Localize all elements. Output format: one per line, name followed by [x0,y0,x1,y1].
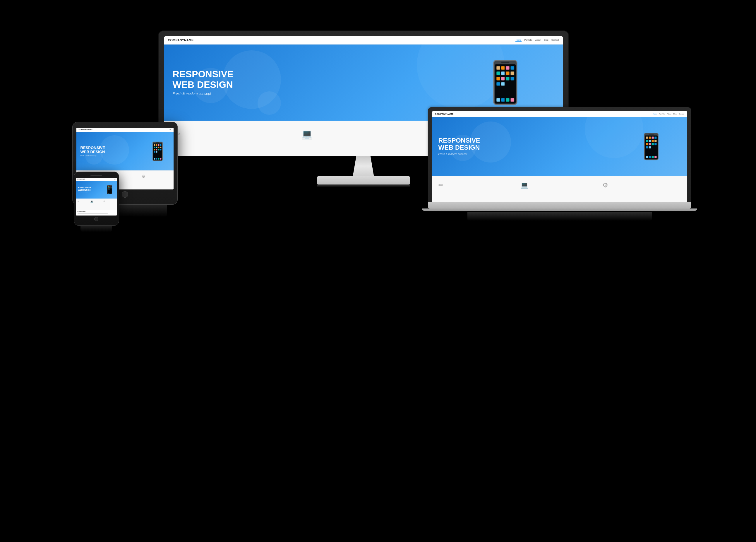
laptop-feature-icon-1: ✏ [438,181,444,189]
tablet-logo: COMPANYNAME [79,129,93,131]
laptop-nav: Home Portfolio About Blog Contact [653,113,684,115]
monitor-nav-about[interactable]: About [535,39,541,42]
phone-touch-icon: 📱 [480,58,531,107]
monitor-hero-title: RESPONSIVEWEB DESIGN [173,69,234,90]
laptop-header: COMPANYNAME Home Portfolio About Blog Co… [432,111,687,117]
tablet-home-button[interactable] [122,191,128,198]
tablet-hamburger[interactable]: ☰ [169,128,171,131]
phone-home-button[interactable] [94,217,98,221]
bg-circle-3 [258,91,281,115]
phone-screen: COMPANYNAME ☰ RESPONSIVEWEB DESIGN Fresh… [76,178,117,215]
phone-speaker [90,175,102,176]
monitor-nav: Home Portfolio About Blog Contact [515,39,559,42]
monitor-hero-text: RESPONSIVEWEB DESIGN Fresh & modern conc… [173,69,234,95]
tablet-feature-icon-3: ⚙ [142,174,145,179]
laptop-nav-contact[interactable]: Contact [679,113,684,115]
laptop-feature-2: 💻 [520,181,599,197]
phone-feature-3: ⚙ [103,200,115,208]
tablet-header: COMPANYNAME ☰ [76,128,174,132]
laptop-hero-icon: 📱 [636,132,667,161]
phone-extra-section: COMPANYNAME [76,210,117,215]
laptop-feature-3: ⚙ [602,181,681,197]
phone-feature-icon-3: ⚙ [103,200,105,203]
laptop-feature-icon-2: 💻 [520,181,528,189]
phone-outer: COMPANYNAME ☰ RESPONSIVEWEB DESIGN Fresh… [74,171,119,226]
phone-features: ✏ 💻 [76,198,117,210]
tablet-logo-bold: NAME [88,129,93,131]
tablet-hero-title: RESPONSIVEWEB DESIGN [80,146,105,154]
laptop-nav-about[interactable]: About [667,113,671,115]
laptop-hero-text: RESPONSIVEWEB DESIGN Fresh & modern conc… [438,137,480,155]
laptop-hero-title: RESPONSIVEWEB DESIGN [438,137,480,151]
monitor-reflection [317,184,410,187]
phone-header: COMPANYNAME ☰ [76,178,117,181]
phone-logo: COMPANYNAME [77,179,85,180]
laptop-screen-part: COMPANYNAME Home Portfolio About Blog Co… [428,107,691,202]
laptop-website: COMPANYNAME Home Portfolio About Blog Co… [432,111,687,202]
laptop-hero-subtitle: Fresh & modern concept [438,152,480,155]
monitor-hero-icon: 📱 [480,58,531,107]
phone-hero: RESPONSIVEWEB DESIGN Fresh & modern conc… [76,181,117,198]
laptop-hero: RESPONSIVEWEB DESIGN Fresh & modern conc… [432,117,687,176]
line [78,214,106,214]
monitor-hero-subtitle: Fresh & modern concept [173,92,234,96]
line [78,213,108,214]
laptop-nav-home[interactable]: Home [653,113,657,115]
tablet-phone-icon: 📱 [147,141,169,162]
monitor-feature-2: 💻 [301,128,426,148]
monitor-feature-icon-2: 💻 [301,128,313,140]
phone-device: COMPANYNAME ☰ RESPONSIVEWEB DESIGN Fresh… [74,171,119,232]
tablet-hero-icon: 📱 [147,141,169,162]
tablet-hero-text: RESPONSIVEWEB DESIGN Fresh & modern conc… [80,146,105,157]
laptop-device: COMPANYNAME Home Portfolio About Blog Co… [428,107,691,221]
laptop-bezel: COMPANYNAME Home Portfolio About Blog Co… [432,111,687,202]
phone-website: COMPANYNAME ☰ RESPONSIVEWEB DESIGN Fresh… [76,178,117,215]
phone-hero-text: RESPONSIVEWEB DESIGN Fresh & modern conc… [78,186,92,192]
phone-extra-title: COMPANYNAME [78,211,115,212]
phone-hamburger[interactable]: ☰ [114,179,116,180]
monitor-feature-1: ✏ [173,128,297,148]
phone-hero-subtitle: Fresh & modern concept [78,191,92,193]
line [78,213,112,213]
phone-logo-light: COMPANY [77,179,83,180]
monitor-nav-contact[interactable]: Contact [551,39,559,42]
laptop-phone-icon: 📱 [636,132,667,161]
laptop-nav-blog[interactable]: Blog [673,113,677,115]
phone-feature-icon-2: 💻 [90,200,93,203]
monitor-neck [346,156,381,176]
phone-feature-2: 💻 [90,200,102,208]
phone-icon: 📱 [104,185,115,194]
tablet-hero-subtitle: Fresh & modern concept [80,155,105,157]
bg-circle [585,117,643,158]
laptop-logo-light: COMPANY [435,113,447,115]
laptop-logo-bold: NAME [447,113,454,115]
tablet-logo-light: COMPANY [79,129,88,131]
laptop-base [428,202,691,208]
phone-hero-title: RESPONSIVEWEB DESIGN [78,186,92,191]
phone-reflection [80,226,112,232]
laptop-logo: COMPANYNAME [435,113,454,115]
scene: COMPANYNAME Home Portfolio About Blog Co… [56,22,700,520]
monitor-nav-portfolio[interactable]: Portfolio [524,39,533,42]
phone-extra-lines [78,213,115,214]
laptop-feature-1: ✏ [438,181,517,197]
phone-feature-icon-1: ✏ [78,200,79,203]
phone-hero-icon: 📱 [104,185,115,194]
laptop-feature-icon-3: ⚙ [602,181,608,189]
monitor-base [317,176,410,184]
phone-logo-bold: NAME [82,179,85,180]
laptop-nav-portfolio[interactable]: Portfolio [659,113,665,115]
phone-feature-1: ✏ [78,200,90,208]
monitor-wt-header: COMPANYNAME Home Portfolio About Blog Co… [164,36,563,44]
monitor-logo-light: COMPANY [168,38,184,42]
tablet-feature-3: ⚙ [142,174,171,186]
monitor-nav-home[interactable]: Home [515,39,521,42]
laptop-reflection [467,212,652,221]
monitor-logo: COMPANYNAME [168,38,194,42]
tablet-hero: RESPONSIVEWEB DESIGN Fresh & modern conc… [76,132,174,170]
monitor-nav-blog[interactable]: Blog [544,39,548,42]
monitor-logo-bold: NAME [184,38,193,42]
laptop-features: ✏ 💻 [432,176,687,202]
